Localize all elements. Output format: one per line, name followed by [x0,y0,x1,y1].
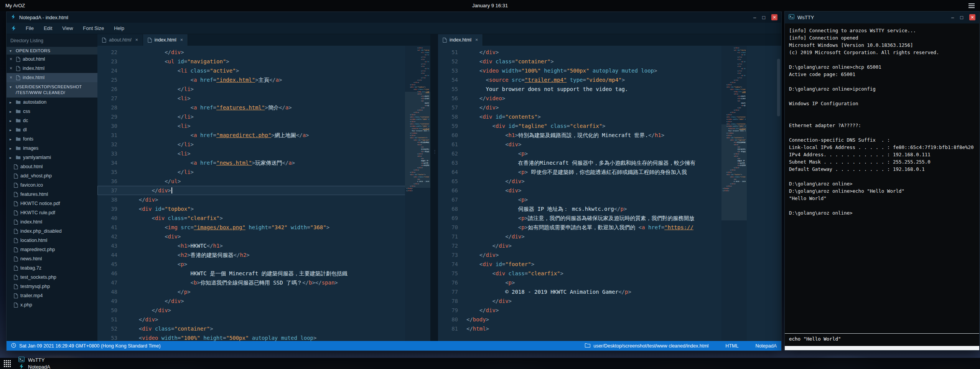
notepada-titlebar[interactable]: NotepadA - index.html – □ ✕ [7,12,781,23]
terminal-input-field[interactable] [785,346,979,350]
tree-item-folder[interactable]: ▸dc [7,116,97,125]
code-line[interactable]: 48 </p> [97,287,430,296]
tree-item-file[interactable]: features.html [7,190,97,199]
minimize-button[interactable]: – [951,15,954,20]
code-line[interactable]: 51 </div> [97,315,430,324]
open-editor-item[interactable]: ×index.html [7,64,97,73]
system-menu-title[interactable]: My ArOZ [5,3,25,8]
terminal-output[interactable]: [info] Connecting to arozos WsTTY servic… [785,23,979,333]
code-line[interactable]: 29 </li> [97,112,430,121]
tree-item-folder[interactable]: ▸images [7,144,97,153]
close-editor-icon[interactable]: × [10,56,14,62]
app-launcher-grid-icon[interactable] [4,360,11,367]
tree-item-file[interactable]: HKWTC rule.pdf [7,208,97,217]
close-editor-icon[interactable]: × [10,75,14,80]
tree-item-file[interactable]: about.html [7,162,97,171]
minimap-viewport[interactable] [721,124,747,220]
code-line[interactable]: 53 <video width="100%" height="500px" au… [97,333,430,341]
minimap-viewport[interactable] [405,92,430,188]
close-button[interactable]: ✕ [969,14,975,20]
menu-help[interactable]: Help [109,25,129,31]
code-line[interactable]: 47 <b>你知道我們全線伺服器已轉用 SSD 了嗎？</b></span> [97,278,430,287]
maximize-button[interactable]: □ [960,15,963,20]
open-editor-item[interactable]: ×index.html [7,73,97,82]
workspace-header[interactable]: ▾ USER/DESKTOP/SCREENSHOT /TEST/WWW CLEA… [7,82,97,98]
code-line[interactable]: 42 <div> [97,232,430,241]
scrollbar-thumb[interactable] [777,59,780,116]
code-line[interactable]: 38 </div> [97,195,430,204]
code-line[interactable]: 52 <div class="container"> [97,324,430,333]
minimap-1[interactable]: </div> <ul id="navigation"> <li class="a… [405,46,430,341]
code-line[interactable]: 24 <li class="active"> [97,66,430,75]
maximize-button[interactable]: □ [762,15,765,20]
menu-file[interactable]: File [21,25,39,31]
tree-item-file[interactable]: index.html [7,217,97,227]
code-editor-1[interactable]: 22 </div>23 <ul id="navigation">24 <li c… [97,46,430,341]
tree-item-folder[interactable]: ▸dl [7,125,97,134]
code-line[interactable]: 33 <li> [97,149,430,158]
code-line[interactable]: 30 <li> [97,121,430,131]
tab-index.html[interactable]: index.html× [438,34,483,46]
code-line[interactable]: 45 <p> [97,260,430,269]
code-line[interactable]: 41 <img src="images/box.png" height="342… [97,223,430,232]
code-line[interactable]: 34 <a href="news.html">玩家傳送門</a> [97,158,430,167]
tree-item-file[interactable]: trailer.mp4 [7,291,97,300]
open-editors-header[interactable]: ▾ OPEN EDITORS [7,47,97,55]
tab-about.html[interactable]: about.html× [97,34,143,46]
tree-item-folder[interactable]: ▸yamlyamlami [7,153,97,162]
line-number: 66 [438,186,466,195]
tab-close-icon[interactable]: × [180,37,183,43]
close-button[interactable]: ✕ [771,14,777,20]
tree-item-file[interactable]: index.php_disabled [7,227,97,236]
tab-close-icon[interactable]: × [475,37,478,43]
menu-edit[interactable]: Edit [39,25,57,31]
status-file-path[interactable]: user/Desktop/screenshot/test/www cleaned… [593,343,708,349]
open-editor-item[interactable]: ×about.html [7,55,97,64]
menu-view[interactable]: View [57,25,78,31]
menu-font-size[interactable]: Font Size [78,25,109,31]
tree-item-file[interactable]: add_vhost.php [7,171,97,180]
tree-item-file[interactable]: x.php [7,300,97,309]
tree-item-file[interactable]: location.html [7,236,97,245]
minimize-button[interactable]: – [753,15,756,20]
tree-item-folder[interactable]: ▸css [7,107,97,116]
taskbar-item-wstty[interactable]: WsTTY [18,357,50,363]
tab-close-icon[interactable]: × [135,37,138,43]
code-line[interactable]: 26 </li> [97,84,430,94]
code-line[interactable]: 49 </div> [97,296,430,306]
tab-index.html[interactable]: index.html× [143,34,188,46]
code-line[interactable]: 46 HKWTC 是一個 Minecraft 的建築伺服器，主要建築計劃包括鐵 [97,269,430,278]
code-line[interactable]: 44 <h2>香港的建築伺服器</h2> [97,250,430,260]
tree-item-file[interactable]: mapredirect.php [7,245,97,254]
code-line[interactable]: 40 <div class="clearfix"> [97,213,430,223]
wstty-titlebar[interactable]: WsTTY – □ ✕ [785,12,979,23]
code-line[interactable]: 28 <a href="features.html">簡介</a> [97,103,430,112]
tree-item-file[interactable]: testmysql.php [7,282,97,291]
code-line[interactable]: 31 <a href="mapredirect.php">網上地圖</a> [97,131,430,140]
editor-scrollbar[interactable] [777,46,781,341]
tree-item-file[interactable]: test_sockets.php [7,273,97,282]
pane-splitter[interactable]: ⋮ [430,34,438,341]
tree-item-folder[interactable]: ▸fonts [7,134,97,144]
code-line[interactable]: 36 </ul> [97,177,430,186]
code-line[interactable]: 23 <ul id="navigation"> [97,57,430,66]
code-line[interactable]: 22 </div> [97,48,430,57]
code-line[interactable]: 37 </div> [97,186,430,195]
tree-item-file[interactable]: news.html [7,254,97,263]
close-editor-icon[interactable]: × [10,66,14,71]
code-line[interactable]: 27 <li> [97,94,430,103]
code-line[interactable]: 50 </div> [97,306,430,315]
code-line[interactable]: 32 </li> [97,140,430,149]
tree-item-file[interactable]: teabag.7z [7,263,97,273]
code-line[interactable]: 25 <a href="index.html">主頁</a> [97,75,430,84]
tree-item-file[interactable]: favicon.ico [7,180,97,190]
tree-item-folder[interactable]: ▸autostation [7,98,97,107]
code-line[interactable]: 39 <div id="topbox"> [97,204,430,213]
minimap-2[interactable]: </div> <ul id="navigation"> <li class="a… [721,46,747,341]
taskbar-item-notepada[interactable]: NotepadA [18,363,50,369]
tree-item-file[interactable]: HKWTC notice.pdf [7,199,97,208]
code-line[interactable]: 43 <h1>HKWTC</h1> [97,241,430,250]
code-line[interactable]: 35 </li> [97,167,430,177]
status-filetype[interactable]: HTML [725,343,738,349]
hamburger-menu-icon[interactable] [968,3,975,8]
